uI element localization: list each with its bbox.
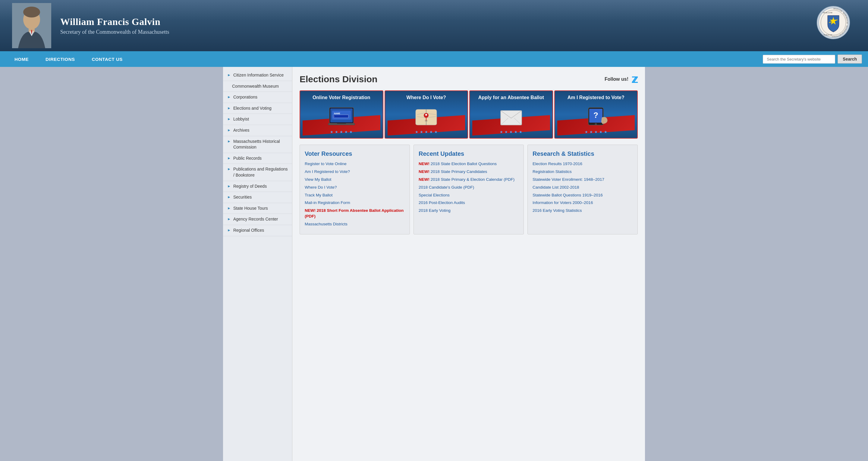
sidebar-item-regional-offices[interactable]: ► Regional Offices [223,225,292,236]
svg-text:SIGILLUM: SIGILLUM [823,11,832,13]
research-stats-title: Research & Statistics [532,150,632,158]
sidebar-item-registry-deeds[interactable]: ► Registry of Deeds [223,181,292,192]
sidebar-item-label: Lobbyist [233,116,249,122]
ru-link-candidates-guide[interactable]: 2018 Candidate's Guide (PDF) [418,185,519,190]
ru-link-special-elections[interactable]: Special Elections [418,192,519,198]
main-navbar: HOME DIRECTIONS CONTACT US Search [0,51,868,67]
vr-link-track-ballot[interactable]: Track My Ballot [305,192,405,198]
nav-directions[interactable]: DIRECTIONS [37,53,84,66]
sidebar-arrow-icon: ► [227,139,231,144]
search-button[interactable]: Search [838,55,862,64]
rs-link-ballot-questions-hist[interactable]: Statewide Ballot Questions 1919–2016 [532,192,632,198]
vr-link-am-registered[interactable]: Am I Registered to Vote? [305,169,405,175]
ru-link-post-election-audits[interactable]: 2016 Post-Election Audits [418,200,519,206]
svg-point-2 [23,7,40,18]
rs-link-info-voters[interactable]: Information for Voters 2000–2016 [532,200,632,206]
follow-us-label: Follow us! [604,76,628,82]
svg-point-29 [595,123,597,125]
banner-card-voter-registration[interactable]: Online Voter Registration ★ ★ ★ ★ ★ [300,90,383,139]
sidebar-arrow-icon: ► [227,166,231,172]
sidebar-item-securities[interactable]: ► Securities [223,192,292,203]
main-container: ► Citizen Information Service Commonweal… [223,67,645,461]
follow-us-section: Follow us! 𝕫 [604,73,638,86]
svg-text:REIPUBLICAE: REIPUBLICAE [821,34,832,36]
card-illustration: ★ ★ ★ ★ ★ ? [557,104,635,135]
official-title: Secretary of the Commonwealth of Massach… [60,29,169,35]
vr-link-view-ballot[interactable]: View My Ballot [305,177,405,183]
sidebar-item-label: Elections and Voting [233,105,272,112]
sidebar-arrow-icon: ► [227,106,231,111]
nav-contact[interactable]: CONTACT US [84,53,131,66]
recent-updates-title: Recent Updates [418,150,519,158]
official-photo [12,3,51,48]
sidebar: ► Citizen Information Service Commonweal… [223,67,292,461]
nav-search-area: Search [763,55,862,64]
new-badge: NEW! [418,177,430,182]
card-illustration: ★ ★ ★ ★ ★ [472,104,550,135]
sidebar-item-label: Registry of Deeds [233,184,267,189]
svg-text:NAME: NAME [334,113,340,115]
sidebar-item-label: Publications and Regulations / Bookstore [233,166,288,178]
ru-link-primary-calendar[interactable]: NEW! 2018 State Primary & Election Calen… [418,177,519,183]
vr-link-where-vote[interactable]: Where Do I Vote? [305,185,405,190]
sidebar-arrow-icon: ► [227,184,231,189]
banner-card-absentee[interactable]: Apply for an Absentee Ballot ★ ★ ★ ★ ★ [469,90,553,139]
sidebar-item-label: State House Tours [233,206,268,212]
sidebar-item-label: Public Records [233,155,261,161]
sidebar-arrow-icon: ► [227,95,231,100]
new-badge: NEW! [418,169,430,174]
svg-rect-15 [333,115,348,118]
sidebar-arrow-icon: ► [227,195,231,200]
ru-link-early-voting[interactable]: 2018 Early Voting [418,208,519,214]
sidebar-item-citizen-info[interactable]: ► Citizen Information Service [223,70,292,81]
rs-link-early-voting-stats[interactable]: 2016 Early Voting Statistics [532,208,632,214]
sidebar-item-corporations[interactable]: ► Corporations [223,92,292,103]
banner-card-where-vote[interactable]: Where Do I Vote? ★ ★ ★ ★ ★ [384,90,468,139]
banner-card-title: Apply for an Absentee Ballot [478,95,544,101]
banner-card-registered[interactable]: Am I Registered to Vote? ★ ★ ★ ★ ★ [554,90,638,139]
sidebar-item-archives[interactable]: ► Archives [223,125,292,136]
nav-links: HOME DIRECTIONS CONTACT US [6,53,131,66]
rs-link-candidate-list[interactable]: Candidate List 2002-2018 [532,185,632,190]
voter-resources-title: Voter Resources [305,150,405,158]
site-header: William Francis Galvin Secretary of the … [0,0,868,51]
vr-link-mail-registration[interactable]: Mail-in Registration Form [305,200,405,206]
vr-link-ma-districts[interactable]: Massachusetts Districts [305,221,405,227]
page-title: Elections Division [300,74,377,84]
search-input[interactable] [763,55,835,64]
sidebar-item-agency-records[interactable]: ► Agency Records Center [223,214,292,225]
sidebar-item-state-house-tours[interactable]: ► State House Tours [223,203,292,214]
sidebar-item-label: Corporations [233,94,257,100]
info-columns: Voter Resources Register to Vote Online … [300,145,638,235]
banner-card-title: Online Voter Registration [313,95,370,101]
sidebar-arrow-icon: ► [227,206,231,211]
official-name: William Francis Galvin [60,16,169,27]
vr-link-register-online[interactable]: Register to Vote Online [305,161,405,167]
sidebar-item-label: Massachusetts Historical Commission [233,139,288,150]
sidebar-item-commonwealth-museum[interactable]: Commonwealth Museum [223,81,292,92]
nav-home[interactable]: HOME [6,53,37,66]
sidebar-item-public-records[interactable]: ► Public Records [223,153,292,164]
official-name-block: William Francis Galvin Secretary of the … [60,16,169,35]
banner-card-title: Where Do I Vote? [407,95,446,101]
twitter-icon[interactable]: 𝕫 [631,73,638,86]
ru-link-ballot-questions[interactable]: NEW! 2018 State Election Ballot Question… [418,161,519,167]
sidebar-item-historical-commission[interactable]: ► Massachusetts Historical Commission [223,136,292,153]
vr-link-short-form[interactable]: NEW! 2018 Short Form Absentee Ballot App… [305,208,405,219]
svg-point-23 [425,114,427,116]
sidebar-item-label: Citizen Information Service [233,72,284,78]
sidebar-arrow-icon: ► [227,128,231,133]
sidebar-arrow-icon: ► [227,228,231,233]
sidebar-item-elections[interactable]: ► Elections and Voting [223,103,292,114]
svg-point-24 [425,120,428,121]
page-title-row: Elections Division Follow us! 𝕫 [300,73,638,86]
sidebar-item-publications[interactable]: ► Publications and Regulations / Booksto… [223,164,292,181]
ru-link-primary-candidates[interactable]: NEW! 2018 State Primary Candidates [418,169,519,175]
sidebar-item-label: Regional Offices [233,227,264,234]
sidebar-item-label: Securities [233,194,252,201]
rs-link-statewide-enrollment[interactable]: Statewide Voter Enrollment: 1948–2017 [532,177,632,183]
rs-link-registration-stats[interactable]: Registration Statistics [532,169,632,175]
sidebar-arrow-icon: ► [227,117,231,122]
rs-link-election-results[interactable]: Election Results 1970-2016 [532,161,632,167]
sidebar-item-lobbyist[interactable]: ► Lobbyist [223,114,292,125]
